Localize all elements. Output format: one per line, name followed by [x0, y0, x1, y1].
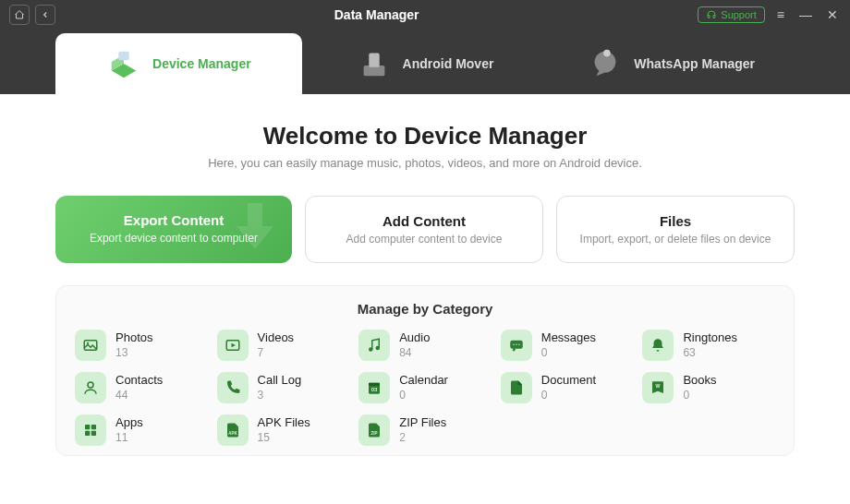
page-subtitle: Here, you can easily manage music, photo…	[55, 156, 795, 170]
zip-icon: ZIP	[358, 414, 390, 446]
document-icon	[501, 372, 532, 403]
category-name: Contacts	[115, 373, 163, 389]
category-contacts[interactable]: Contacts44	[75, 372, 208, 403]
headset-icon	[706, 9, 717, 20]
category-messages[interactable]: Messages0	[501, 330, 634, 361]
home-button[interactable]	[9, 5, 30, 25]
category-ringtones[interactable]: Ringtones63	[642, 330, 775, 361]
tab-label: Device Manager	[152, 56, 251, 71]
svg-text:03: 03	[371, 387, 378, 392]
svg-rect-19	[85, 425, 90, 429]
audio-icon	[358, 330, 390, 361]
category-count: 11	[115, 431, 143, 446]
export-content-button[interactable]: Export Content Export device content to …	[55, 196, 292, 263]
category-name: Audio	[399, 330, 430, 346]
device-icon	[106, 46, 141, 81]
category-name: Apps	[115, 415, 143, 431]
action-subtitle: Export device content to computer	[70, 232, 277, 245]
svg-point-8	[370, 348, 372, 351]
app-title: Data Manager	[55, 7, 698, 22]
category-books[interactable]: WBooks0	[642, 372, 775, 403]
categories-panel: Manage by Category Photos13Videos7Audio8…	[55, 285, 795, 456]
tab-android-mover[interactable]: Android Mover	[302, 33, 549, 94]
close-button[interactable]: ✕	[824, 7, 841, 22]
video-icon	[217, 330, 249, 361]
category-name: Messages	[541, 330, 596, 346]
category-calendar[interactable]: 03Calendar0	[358, 372, 492, 403]
action-title: Files	[572, 213, 779, 229]
tab-whatsapp-manager[interactable]: WhatsApp Manager	[548, 33, 795, 94]
category-count: 2	[399, 431, 446, 446]
apps-icon	[75, 414, 106, 446]
category-count: 0	[683, 389, 716, 403]
tabs: Device Manager Android Mover WhatsApp Ma…	[0, 30, 850, 94]
action-subtitle: Add computer content to device	[321, 233, 528, 246]
svg-point-11	[513, 344, 515, 346]
category-document[interactable]: Document0	[501, 372, 634, 403]
categories-title: Manage by Category	[75, 301, 775, 317]
category-count: 84	[399, 346, 430, 361]
page-title: Welcome to Device Manager	[55, 122, 795, 150]
titlebar: Data Manager Support ≡ — ✕	[0, 0, 850, 30]
back-button[interactable]	[35, 5, 55, 25]
minimize-button[interactable]: —	[796, 7, 815, 22]
svg-text:W: W	[656, 383, 661, 389]
category-zip-files[interactable]: ZIPZIP Files2	[358, 414, 492, 446]
svg-point-6	[87, 342, 89, 344]
category-apps[interactable]: Apps11	[75, 414, 208, 446]
category-name: Videos	[258, 330, 295, 346]
photo-icon	[75, 330, 106, 361]
whatsapp-icon	[588, 46, 623, 81]
category-call-log[interactable]: Call Log3	[217, 372, 350, 403]
calllog-icon	[217, 372, 249, 403]
category-count: 3	[258, 389, 302, 403]
category-videos[interactable]: Videos7	[217, 330, 350, 361]
support-button[interactable]: Support	[698, 6, 765, 23]
svg-text:APK: APK	[228, 431, 237, 436]
category-name: Photos	[115, 330, 152, 346]
category-count: 0	[541, 389, 596, 403]
category-name: Calendar	[399, 373, 448, 389]
category-name: ZIP Files	[399, 415, 446, 431]
category-count: 15	[258, 431, 310, 446]
action-title: Add Content	[321, 213, 528, 229]
svg-rect-0	[118, 52, 128, 60]
svg-point-9	[376, 347, 379, 350]
svg-point-14	[88, 382, 93, 388]
svg-rect-22	[91, 431, 96, 436]
menu-button[interactable]: ≡	[774, 7, 787, 22]
category-count: 0	[399, 389, 448, 403]
category-name: Call Log	[258, 373, 302, 389]
tab-label: WhatsApp Manager	[634, 56, 755, 71]
action-title: Export Content	[70, 212, 277, 228]
content: Welcome to Device Manager Here, you can …	[0, 94, 850, 474]
category-name: Document	[541, 373, 596, 389]
files-button[interactable]: Files Import, export, or delete files on…	[556, 196, 795, 263]
category-name: Books	[683, 373, 716, 389]
svg-rect-2	[369, 54, 379, 67]
svg-rect-21	[85, 431, 90, 436]
category-audio[interactable]: Audio84	[358, 330, 492, 361]
category-name: Ringtones	[683, 330, 737, 346]
svg-point-13	[518, 344, 520, 346]
svg-rect-16	[369, 383, 380, 386]
apk-icon: APK	[217, 414, 249, 446]
add-content-button[interactable]: Add Content Add computer content to devi…	[305, 196, 543, 263]
action-subtitle: Import, export, or delete files on devic…	[572, 233, 779, 246]
category-count: 13	[115, 346, 152, 361]
tab-device-manager[interactable]: Device Manager	[55, 33, 302, 94]
category-count: 63	[683, 346, 737, 361]
message-icon	[501, 330, 532, 361]
calendar-icon: 03	[358, 372, 390, 403]
mover-icon	[357, 46, 392, 81]
support-label: Support	[721, 9, 757, 20]
category-photos[interactable]: Photos13	[75, 330, 208, 361]
ringtone-icon	[642, 330, 674, 361]
tab-label: Android Mover	[403, 56, 494, 71]
contact-icon	[75, 372, 106, 403]
svg-rect-20	[91, 425, 96, 429]
category-name: APK Files	[258, 415, 310, 431]
category-count: 7	[258, 346, 295, 361]
category-apk-files[interactable]: APKAPK Files15	[217, 414, 350, 446]
book-icon: W	[642, 372, 674, 403]
